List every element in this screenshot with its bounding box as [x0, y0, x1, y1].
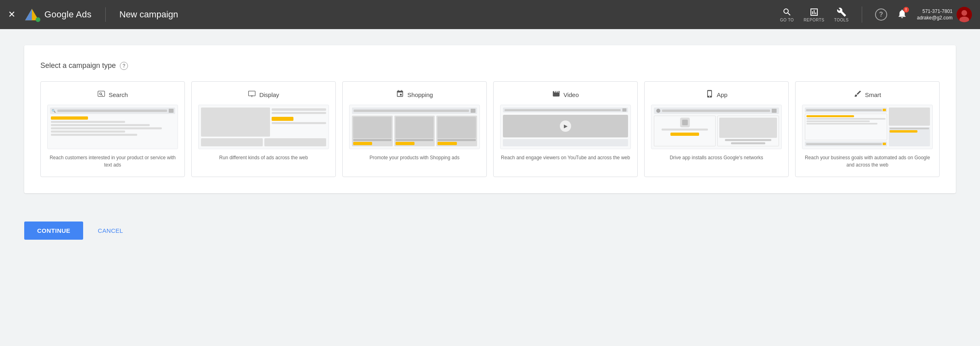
- goto-label: GO TO: [780, 18, 794, 22]
- video-campaign-icon: [552, 90, 560, 100]
- svg-marker-1: [25, 9, 32, 21]
- goto-button[interactable]: GO TO: [780, 7, 794, 22]
- campaign-type-video[interactable]: Video ▶ Reach and engage viewers o: [493, 81, 638, 177]
- smart-campaign-desc: Reach your business goals with automated…: [802, 154, 933, 169]
- smart-campaign-name: Smart: [865, 91, 881, 98]
- close-button[interactable]: ✕: [8, 9, 15, 20]
- display-campaign-desc: Run different kinds of ads across the we…: [219, 154, 308, 161]
- tools-icon: [837, 7, 846, 17]
- cancel-button[interactable]: CANCEL: [91, 222, 130, 240]
- user-phone: 571-371-7801: [922, 8, 953, 14]
- svg-point-2: [36, 17, 40, 22]
- avatar-image: [957, 7, 972, 22]
- search-campaign-icon: [97, 90, 105, 100]
- section-help-icon[interactable]: ?: [120, 62, 128, 70]
- header-actions: GO TO REPORTS TOOLS ? ! 571-371-7801 adr…: [780, 6, 972, 23]
- reports-label: REPORTS: [804, 18, 825, 22]
- reports-button[interactable]: REPORTS: [804, 7, 825, 22]
- reports-icon: [809, 7, 819, 17]
- app-campaign-name: App: [717, 91, 728, 98]
- smart-campaign-icon: [854, 90, 862, 100]
- shopping-campaign-name: Shopping: [407, 91, 433, 98]
- notification-badge: !: [903, 7, 909, 13]
- search-campaign-desc: Reach customers interested in your produ…: [47, 154, 178, 169]
- campaign-card: Select a campaign type ? Search 🔍: [24, 45, 956, 193]
- app-campaign-desc: Drive app installs across Google's netwo…: [670, 154, 763, 161]
- svg-line-8: [101, 95, 103, 96]
- google-ads-logo-icon: [23, 6, 40, 23]
- avatar[interactable]: [957, 7, 972, 22]
- user-email: adrake@g2.com: [917, 15, 953, 21]
- display-campaign-name: Display: [259, 91, 279, 98]
- video-campaign-desc: Reach and engage viewers on YouTube and …: [501, 154, 630, 161]
- app-header: ✕ Google Ads New campaign GO TO REPORTS: [0, 0, 980, 29]
- app-campaign-icon: [706, 90, 714, 100]
- campaign-type-smart[interactable]: Smart: [795, 81, 940, 177]
- user-info: 571-371-7801 adrake@g2.com: [917, 7, 972, 22]
- search-illustration: 🔍: [47, 105, 178, 149]
- tools-label: TOOLS: [834, 18, 849, 22]
- video-illustration: ▶: [500, 105, 631, 149]
- video-campaign-name: Video: [563, 91, 579, 98]
- section-title-text: Select a campaign type: [40, 61, 116, 70]
- app-illustration: [651, 105, 782, 149]
- header-vertical-divider: [862, 6, 862, 23]
- section-title: Select a campaign type ?: [40, 61, 940, 70]
- tools-button[interactable]: TOOLS: [834, 7, 849, 22]
- continue-button[interactable]: CONTINUE: [24, 222, 83, 240]
- campaign-type-shopping[interactable]: Shopping: [342, 81, 487, 177]
- app-name: Google Ads: [44, 9, 92, 20]
- notifications-button[interactable]: !: [897, 8, 907, 21]
- shopping-campaign-desc: Promote your products with Shopping ads: [370, 154, 460, 161]
- campaign-type-display[interactable]: Display: [191, 81, 336, 177]
- campaign-types-grid: Search 🔍: [40, 81, 940, 177]
- smart-illustration: [802, 105, 933, 149]
- footer: CONTINUE CANCEL: [0, 209, 980, 252]
- shopping-campaign-icon: [396, 90, 404, 100]
- svg-rect-9: [249, 91, 255, 96]
- logo: Google Ads: [23, 6, 92, 23]
- nav-icons: GO TO REPORTS TOOLS: [780, 7, 849, 22]
- svg-rect-6: [98, 91, 105, 96]
- campaign-type-app[interactable]: App: [644, 81, 789, 177]
- display-campaign-icon: [248, 90, 256, 100]
- search-icon: [782, 7, 792, 17]
- search-campaign-name: Search: [109, 91, 128, 98]
- campaign-type-search[interactable]: Search 🔍: [40, 81, 185, 177]
- main-content: Select a campaign type ? Search 🔍: [0, 29, 980, 209]
- help-button[interactable]: ?: [875, 8, 887, 21]
- svg-point-4: [961, 10, 967, 16]
- header-divider: [105, 7, 106, 22]
- play-icon: ▶: [560, 120, 571, 132]
- shopping-illustration: [349, 105, 480, 149]
- page-title: New campaign: [119, 9, 178, 20]
- display-illustration: [198, 105, 329, 149]
